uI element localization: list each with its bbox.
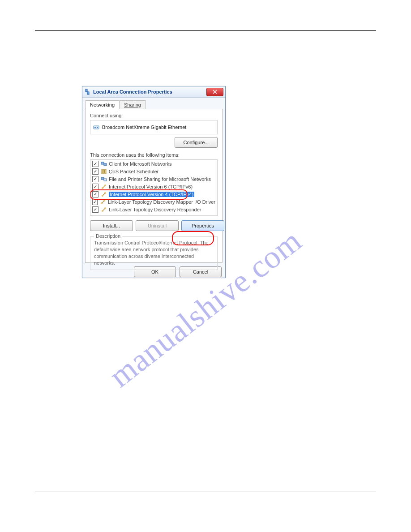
- list-item-label: Internet Protocol Version 4 (TCP/IPv4): [109, 192, 194, 197]
- install-button[interactable]: Install...: [90, 220, 133, 231]
- network-adapter-icon: [93, 124, 99, 130]
- svg-line-26: [103, 209, 105, 210]
- svg-rect-8: [101, 162, 104, 164]
- svg-rect-7: [97, 127, 98, 128]
- tab-body-networking: Connect using: Broadcom NetXtreme Gigabi…: [85, 109, 223, 263]
- configure-button[interactable]: Configure...: [175, 137, 218, 148]
- connect-using-label: Connect using:: [90, 113, 218, 118]
- list-item[interactable]: ✓ Internet Protocol Version 6 (TCP/IPv6): [90, 183, 217, 190]
- close-button[interactable]: [206, 88, 223, 96]
- svg-rect-1: [87, 92, 89, 94]
- svg-rect-0: [86, 89, 87, 92]
- list-item-selected[interactable]: ✓ Internet Protocol Version 4 (TCP/IPv4): [90, 190, 217, 198]
- svg-rect-9: [104, 163, 107, 166]
- list-item[interactable]: ✓ Client for Microsoft Networks: [90, 160, 217, 167]
- list-item-label: Link-Layer Topology Discovery Responder: [109, 207, 201, 212]
- dialog-title: Local Area Connection Properties: [93, 89, 206, 94]
- protocol-icon: [101, 191, 107, 197]
- checkbox[interactable]: ✓: [92, 161, 98, 167]
- list-item[interactable]: ✓ File and Printer Sharing for Microsoft…: [90, 175, 217, 183]
- protocol-icon: [101, 184, 107, 190]
- checkbox[interactable]: ✓: [92, 168, 98, 175]
- description-text: Transmission Control Protocol/Internet P…: [94, 240, 214, 266]
- top-horizontal-rule: [35, 30, 376, 31]
- svg-rect-13: [101, 177, 104, 180]
- svg-rect-14: [104, 179, 107, 181]
- protocol-icon: [100, 199, 106, 205]
- client-service-icon: [101, 161, 107, 167]
- uninstall-button: Uninstall: [136, 220, 179, 231]
- checkbox[interactable]: ✓: [92, 199, 98, 205]
- qos-service-icon: [101, 168, 107, 175]
- list-item[interactable]: ✓ QoS Packet Scheduler: [90, 167, 217, 175]
- tab-sharing[interactable]: Sharing: [119, 100, 146, 109]
- svg-line-23: [102, 201, 104, 203]
- protocol-icon: [101, 206, 107, 213]
- description-legend: Description: [94, 233, 122, 239]
- checkbox[interactable]: ✓: [92, 206, 98, 213]
- svg-rect-12: [104, 170, 105, 173]
- svg-line-20: [103, 193, 105, 195]
- items-label: This connection uses the following items…: [90, 152, 218, 158]
- svg-line-17: [103, 186, 105, 188]
- list-item-label: File and Printer Sharing for Microsoft N…: [109, 176, 211, 182]
- list-item-label: Client for Microsoft Networks: [109, 161, 172, 167]
- adapter-field[interactable]: Broadcom NetXtreme Gigabit Ethernet: [90, 120, 218, 134]
- dialog-titlebar: Local Area Connection Properties: [82, 86, 225, 98]
- description-groupbox: Description Transmission Control Protoco…: [90, 236, 218, 270]
- tab-strip: Networking Sharing: [85, 100, 225, 109]
- properties-button[interactable]: Properties: [181, 220, 224, 231]
- list-item-label: QoS Packet Scheduler: [109, 169, 158, 174]
- svg-rect-5: [94, 126, 99, 129]
- svg-rect-10: [102, 169, 106, 174]
- list-item-label: Link-Layer Topology Discovery Mapper I/O…: [108, 199, 215, 205]
- svg-rect-6: [94, 127, 96, 128]
- checkbox[interactable]: ✓: [92, 184, 98, 190]
- list-item[interactable]: ✓ Link-Layer Topology Discovery Mapper I…: [90, 198, 217, 206]
- tab-networking[interactable]: Networking: [85, 100, 120, 109]
- list-item-label: Internet Protocol Version 6 (TCP/IPv6): [109, 184, 193, 189]
- properties-dialog: Local Area Connection Properties Network…: [82, 86, 226, 278]
- adapter-name: Broadcom NetXtreme Gigabit Ethernet: [102, 124, 186, 130]
- file-sharing-icon: [101, 176, 107, 182]
- checkbox[interactable]: ✓: [92, 191, 98, 197]
- checkbox[interactable]: ✓: [92, 176, 98, 182]
- bottom-horizontal-rule: [35, 492, 376, 492]
- svg-rect-11: [103, 170, 103, 173]
- close-icon: [213, 90, 217, 94]
- network-connection-icon: [84, 89, 90, 95]
- connection-items-list[interactable]: ✓ Client for Microsoft Networks ✓ QoS Pa…: [90, 159, 218, 216]
- list-item[interactable]: ✓ Link-Layer Topology Discovery Responde…: [90, 206, 217, 213]
